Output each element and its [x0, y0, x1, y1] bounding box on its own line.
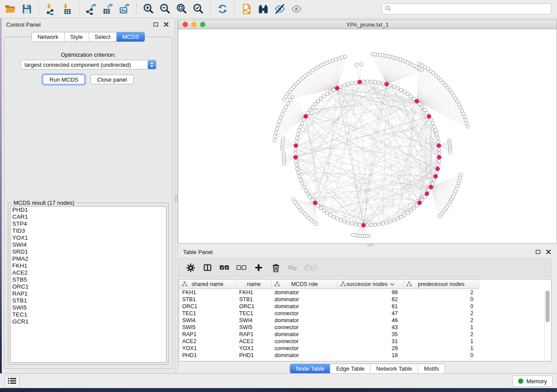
table-cell[interactable]: SWI4: [236, 317, 272, 324]
table-cell[interactable]: TEC1: [236, 310, 272, 317]
vertical-splitter[interactable]: [175, 18, 178, 373]
task-history-button[interactable]: [4, 376, 20, 388]
table-cell[interactable]: 0: [404, 303, 479, 310]
mcds-result-item[interactable]: CAR1: [10, 213, 166, 220]
table-cell[interactable]: 1: [404, 338, 479, 345]
clone-network-button[interactable]: [239, 2, 254, 17]
export-table-button[interactable]: [100, 2, 116, 17]
float-panel-icon[interactable]: [536, 250, 540, 254]
table-cell[interactable]: 46: [338, 317, 404, 324]
close-panel-icon[interactable]: [164, 22, 169, 27]
table-cell[interactable]: 29: [338, 345, 404, 352]
table-cell[interactable]: dominator: [272, 317, 338, 324]
mcds-result-item[interactable]: YOX1: [10, 234, 166, 241]
zoom-in-button[interactable]: [141, 2, 156, 17]
table-cell[interactable]: dominator: [272, 296, 338, 303]
table-cell[interactable]: RAP1: [179, 331, 236, 338]
table-cell[interactable]: 96: [338, 289, 404, 296]
table-cell[interactable]: TEC1: [179, 310, 236, 317]
mcds-result-item[interactable]: ORC1: [10, 283, 166, 290]
table-cell[interactable]: dominator: [272, 331, 338, 338]
table-cell[interactable]: RAP1: [236, 331, 272, 338]
network-graph[interactable]: [178, 29, 557, 243]
table-cell[interactable]: 0: [404, 296, 479, 303]
open-file-button[interactable]: [2, 2, 18, 17]
splitter-grip[interactable]: [367, 244, 374, 246]
table-cell[interactable]: connector: [272, 310, 338, 317]
close-panel-button[interactable]: Close panel: [90, 75, 134, 84]
table-cell[interactable]: 62: [338, 296, 404, 303]
mcds-result-item[interactable]: STP4: [10, 220, 166, 227]
tab-edge-table[interactable]: Edge Table: [330, 364, 370, 373]
tab-motifs[interactable]: Motifs: [418, 364, 445, 373]
mcds-result-item[interactable]: GCR1: [10, 318, 166, 325]
mcds-result-item[interactable]: PHD1: [10, 206, 166, 213]
mcds-result-item[interactable]: FKH1: [10, 262, 166, 269]
optimization-criterion-select[interactable]: largest connected component (undirected): [21, 60, 157, 69]
column-header-name[interactable]: name: [236, 279, 272, 289]
splitter-grip[interactable]: [175, 194, 177, 201]
table-row[interactable]: ORC1ORC1dominator610: [179, 303, 479, 310]
network-window-titlebar[interactable]: YPA_prune.txt_1: [178, 20, 557, 29]
table-cell[interactable]: 2: [404, 289, 479, 296]
tab-style[interactable]: Style: [64, 32, 89, 41]
column-header-mcds-role[interactable]: MCDS role: [272, 279, 338, 289]
search-box[interactable]: [382, 3, 551, 14]
table-cell[interactable]: 2: [404, 317, 479, 324]
table-cell[interactable]: 1: [404, 324, 479, 331]
column-header-predecessor-nodes[interactable]: predecessor nodes: [404, 279, 479, 289]
table-cell[interactable]: dominator: [272, 303, 338, 310]
show-columns-button[interactable]: [201, 261, 214, 275]
close-window-icon[interactable]: [183, 22, 188, 27]
select-all-button[interactable]: [218, 261, 232, 275]
table-cell[interactable]: 2: [404, 331, 479, 338]
table-row[interactable]: TEC1TEC1connector472: [179, 310, 479, 317]
import-table-button[interactable]: [59, 2, 75, 17]
settings-button[interactable]: [183, 261, 197, 275]
refresh-layout-button[interactable]: [214, 2, 230, 17]
table-cell[interactable]: 18: [338, 352, 404, 359]
table-row[interactable]: PHD1PHD1dominator180: [179, 352, 479, 359]
save-button[interactable]: [19, 2, 35, 17]
table-row[interactable]: FKH1FKH1dominator962: [179, 289, 479, 296]
minimize-window-icon[interactable]: [191, 22, 197, 27]
mcds-result-item[interactable]: STB1: [10, 297, 166, 304]
tab-network[interactable]: Network: [32, 32, 64, 41]
table-cell[interactable]: FKH1: [236, 289, 272, 296]
maximize-window-icon[interactable]: [200, 22, 205, 27]
table-cell[interactable]: SWI5: [179, 324, 236, 331]
table-cell[interactable]: SWI5: [236, 324, 272, 331]
add-row-button[interactable]: [252, 261, 266, 275]
mcds-result-list[interactable]: PHD1CAR1STP4TID3YOX1SWI4SRD1PMA2FKH1ACE2…: [10, 206, 166, 363]
tab-node-table[interactable]: Node Table: [290, 364, 330, 373]
table-row[interactable]: STB1STB1dominator620: [179, 296, 479, 303]
mcds-result-item[interactable]: RAP1: [10, 290, 166, 297]
network-canvas[interactable]: [178, 29, 557, 244]
table-cell[interactable]: ORC1: [179, 303, 236, 310]
table-row[interactable]: YOX1YOX1connector291: [179, 345, 479, 352]
mcds-result-item[interactable]: SWI4: [10, 241, 166, 248]
mcds-result-item[interactable]: TEC1: [10, 311, 166, 318]
table-cell[interactable]: connector: [272, 338, 338, 345]
table-cell[interactable]: FKH1: [179, 289, 236, 296]
table-row[interactable]: SWI5SWI5connector431: [179, 324, 479, 331]
table-cell[interactable]: 61: [338, 303, 404, 310]
export-image-button[interactable]: [117, 2, 132, 17]
mcds-result-item[interactable]: STB5: [10, 276, 166, 283]
table-cell[interactable]: YOX1: [236, 345, 272, 352]
mcds-result-item[interactable]: TID3: [10, 227, 166, 234]
table-row[interactable]: SWI4SWI4dominator462: [179, 317, 479, 324]
table-cell[interactable]: dominator: [272, 289, 338, 296]
search-input[interactable]: [393, 5, 551, 13]
column-header-shared-name[interactable]: shared name: [179, 279, 236, 289]
zoom-fit-button[interactable]: [174, 2, 190, 17]
tab-select[interactable]: Select: [89, 32, 116, 41]
hide-selected-button[interactable]: [272, 2, 287, 17]
float-panel-icon[interactable]: [153, 22, 158, 27]
tab-mcds[interactable]: MCDS: [116, 32, 145, 41]
table-cell[interactable]: dominator: [272, 352, 338, 359]
mcds-result-item[interactable]: PMA2: [10, 255, 166, 262]
table-cell[interactable]: ACE2: [236, 338, 272, 345]
mcds-result-item[interactable]: SRD1: [10, 248, 166, 255]
table-cell[interactable]: 31: [338, 338, 404, 345]
